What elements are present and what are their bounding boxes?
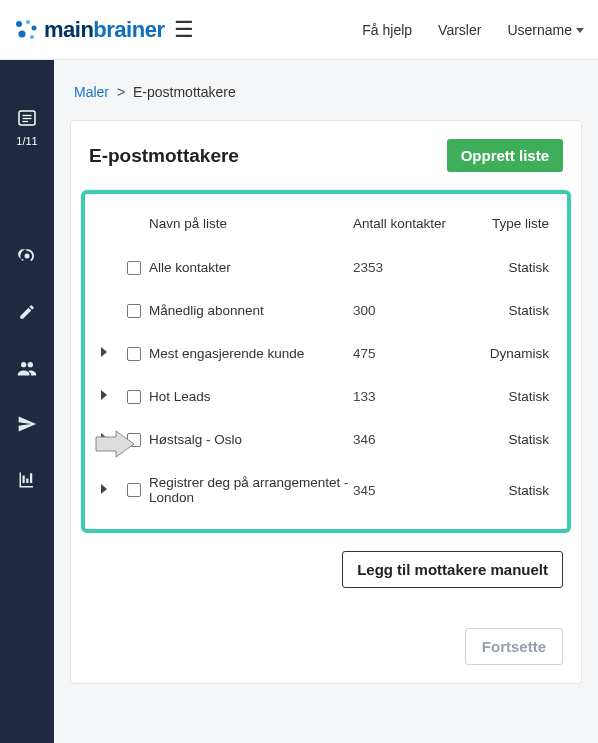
users-icon[interactable] — [16, 357, 38, 379]
help-link[interactable]: Få hjelp — [362, 22, 412, 38]
chevron-right-icon[interactable] — [99, 483, 127, 498]
row-name: Alle kontakter — [149, 260, 353, 275]
create-list-button[interactable]: Opprett liste — [447, 139, 563, 172]
row-count: 475 — [353, 346, 453, 361]
row-count: 300 — [353, 303, 453, 318]
edit-icon[interactable] — [16, 301, 38, 323]
row-type: Statisk — [453, 303, 553, 318]
add-recipients-manual-button[interactable]: Legg til mottakere manuelt — [342, 551, 563, 588]
col-type: Type liste — [453, 216, 553, 231]
row-checkbox[interactable] — [127, 261, 141, 275]
svg-point-4 — [30, 35, 34, 39]
logo[interactable]: mainbrainer — [14, 17, 164, 43]
send-icon[interactable] — [16, 413, 38, 435]
col-count: Antall kontakter — [353, 216, 453, 231]
recipients-card: E-postmottakere Opprett liste Navn på li… — [70, 120, 582, 684]
list-icon — [16, 110, 37, 131]
table-row[interactable]: Hot Leads133Statisk — [91, 375, 561, 418]
chevron-right-icon[interactable] — [99, 432, 127, 447]
row-name: Høstsalg - Oslo — [149, 432, 353, 447]
card-title: E-postmottakere — [89, 145, 239, 167]
table-row[interactable]: Månedlig abonnent300Statisk — [91, 289, 561, 332]
svg-point-2 — [32, 25, 37, 30]
lists-table: Navn på liste Antall kontakter Type list… — [91, 202, 561, 519]
row-type: Statisk — [453, 260, 553, 275]
row-name: Registrer deg på arrangementet - London — [149, 475, 353, 505]
main-layout: 1/11 Maler > E-postmottakere E-postmotta… — [0, 60, 598, 743]
logo-icon — [14, 18, 40, 42]
row-type: Statisk — [453, 389, 553, 404]
step-indicator[interactable]: 1/11 — [16, 110, 37, 147]
row-type: Statisk — [453, 483, 553, 498]
row-name: Månedlig abonnent — [149, 303, 353, 318]
row-checkbox[interactable] — [127, 304, 141, 318]
caret-down-icon — [576, 28, 584, 33]
continue-button[interactable]: Fortsette — [465, 628, 563, 665]
content-area: Maler > E-postmottakere E-postmottakere … — [54, 60, 598, 743]
alerts-link[interactable]: Varsler — [438, 22, 481, 38]
table-row[interactable]: Alle kontakter2353Statisk — [91, 246, 561, 289]
menu-toggle-icon[interactable]: ☰ — [174, 17, 194, 43]
row-count: 133 — [353, 389, 453, 404]
breadcrumb-root[interactable]: Maler — [74, 84, 109, 100]
row-checkbox[interactable] — [127, 390, 141, 404]
row-count: 345 — [353, 483, 453, 498]
breadcrumb: Maler > E-postmottakere — [70, 84, 582, 100]
logo-text: mainbrainer — [44, 17, 164, 43]
row-checkbox[interactable] — [127, 483, 141, 497]
svg-point-0 — [16, 21, 22, 27]
col-name: Navn på liste — [149, 216, 353, 231]
chart-icon[interactable] — [16, 469, 38, 491]
table-row[interactable]: Mest engasjerende kunde475Dynamisk — [91, 332, 561, 375]
breadcrumb-current: E-postmottakere — [133, 84, 236, 100]
chevron-right-icon[interactable] — [99, 389, 127, 404]
row-count: 2353 — [353, 260, 453, 275]
sidebar: 1/11 — [0, 60, 54, 743]
user-menu[interactable]: Username — [507, 22, 584, 38]
row-checkbox[interactable] — [127, 433, 141, 447]
breadcrumb-sep: > — [117, 84, 125, 100]
top-bar: mainbrainer ☰ Få hjelp Varsler Username — [0, 0, 598, 60]
svg-point-9 — [21, 362, 26, 367]
row-name: Mest engasjerende kunde — [149, 346, 353, 361]
row-count: 346 — [353, 432, 453, 447]
row-type: Statisk — [453, 432, 553, 447]
lists-table-highlight: Navn på liste Antall kontakter Type list… — [81, 190, 571, 533]
row-name: Hot Leads — [149, 389, 353, 404]
svg-point-3 — [19, 30, 26, 37]
svg-point-1 — [26, 20, 30, 24]
row-checkbox[interactable] — [127, 347, 141, 361]
chevron-right-icon[interactable] — [99, 346, 127, 361]
table-row[interactable]: Høstsalg - Oslo346Statisk — [91, 418, 561, 461]
row-type: Dynamisk — [453, 346, 553, 361]
dashboard-icon[interactable] — [16, 245, 38, 267]
table-header: Navn på liste Antall kontakter Type list… — [91, 202, 561, 246]
step-label: 1/11 — [16, 135, 37, 147]
svg-point-10 — [28, 362, 33, 367]
table-row[interactable]: Registrer deg på arrangementet - London3… — [91, 461, 561, 519]
